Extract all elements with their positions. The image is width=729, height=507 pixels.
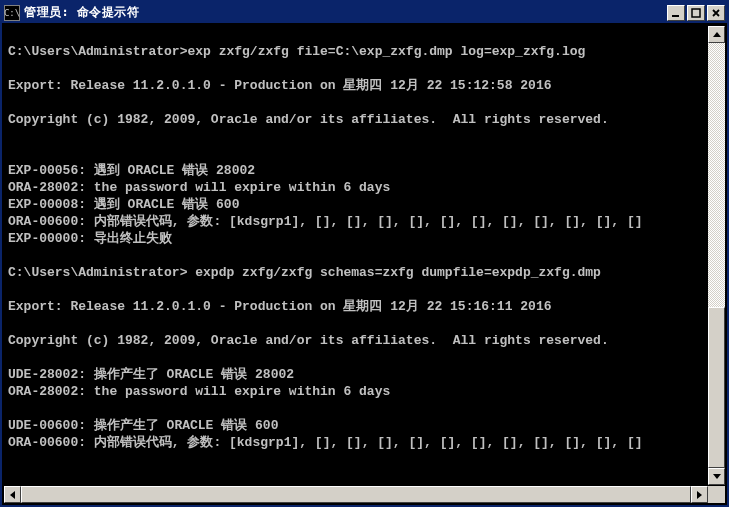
terminal-line: EXP-00008: 遇到 ORACLE 错误 600 [8,196,725,213]
terminal-line [8,451,725,468]
scroll-right-button[interactable] [691,486,708,503]
terminal-line: ORA-00600: 内部错误代码, 参数: [kdsgrp1], [], []… [8,213,725,230]
terminal-line [8,468,725,485]
scroll-left-button[interactable] [4,486,21,503]
terminal-line: ORA-28002: the password will expire with… [8,383,725,400]
terminal-line: ORA-28002: the password will expire with… [8,179,725,196]
terminal-line: ORA-00600: 内部错误代码, 参数: [kdsgrp1], [], []… [8,434,725,451]
terminal-line [8,247,725,264]
terminal-line: EXP-00056: 遇到 ORACLE 错误 28002 [8,162,725,179]
terminal-output[interactable]: C:\Users\Administrator>exp zxfg/zxfg fil… [2,24,727,505]
terminal-line [8,26,725,43]
chevron-up-icon [713,32,721,37]
terminal-line: Copyright (c) 1982, 2009, Oracle and/or … [8,332,725,349]
terminal-line: UDE-28002: 操作产生了 ORACLE 错误 28002 [8,366,725,383]
close-button[interactable] [707,5,725,21]
terminal-line [8,400,725,417]
terminal-line [8,349,725,366]
terminal-line [8,281,725,298]
horizontal-scroll-thumb[interactable] [21,486,691,503]
terminal-line: C:\Users\Administrator>exp zxfg/zxfg fil… [8,43,725,60]
terminal-line [8,128,725,145]
terminal-line [8,60,725,77]
minimize-button[interactable] [667,5,685,21]
chevron-right-icon [697,491,702,499]
chevron-down-icon [713,474,721,479]
maximize-button[interactable] [687,5,705,21]
terminal-line [8,145,725,162]
horizontal-scroll-track[interactable] [21,486,691,503]
vertical-scroll-thumb[interactable] [708,307,725,469]
vertical-scrollbar[interactable] [708,26,725,485]
scroll-up-button[interactable] [708,26,725,43]
terminal-line: EXP-00000: 导出终止失败 [8,230,725,247]
terminal-line [8,94,725,111]
horizontal-scrollbar[interactable] [4,486,708,503]
chevron-left-icon [10,491,15,499]
scrollbar-corner [708,486,725,503]
scroll-down-button[interactable] [708,468,725,485]
terminal-line: Copyright (c) 1982, 2009, Oracle and/or … [8,111,725,128]
vertical-scroll-track[interactable] [708,43,725,468]
titlebar[interactable]: C:\ 管理员: 命令提示符 [2,2,727,24]
terminal-line: Export: Release 11.2.0.1.0 - Production … [8,77,725,94]
terminal-line: UDE-00600: 操作产生了 ORACLE 错误 600 [8,417,725,434]
svg-rect-0 [672,15,679,17]
window-controls [667,5,727,21]
terminal-line: C:\Users\Administrator> expdp zxfg/zxfg … [8,264,725,281]
window-title: 管理员: 命令提示符 [24,4,667,21]
command-prompt-window: C:\ 管理员: 命令提示符 C:\Users\Administrator>ex… [0,0,729,507]
terminal-line: Export: Release 11.2.0.1.0 - Production … [8,298,725,315]
svg-rect-1 [692,9,700,17]
terminal-line [8,315,725,332]
app-icon: C:\ [4,5,20,21]
